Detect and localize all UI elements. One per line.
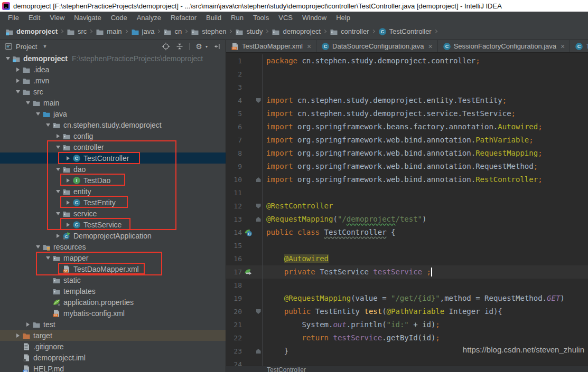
fold-marker-icon[interactable] xyxy=(256,204,261,208)
code-line-15[interactable]: 15 xyxy=(226,239,588,252)
code-text[interactable]: @RequestMapping("/demoproject/test") xyxy=(263,213,426,226)
breadcrumb-item-testcontroller[interactable]: CTestController xyxy=(378,27,432,36)
code-text[interactable]: import cn.stephen.study.demoproject.serv… xyxy=(263,107,516,120)
collapsed-arrow-icon[interactable] xyxy=(23,322,32,327)
expanded-arrow-icon[interactable] xyxy=(23,101,32,104)
expanded-arrow-icon[interactable] xyxy=(43,256,52,260)
tree-item-testentity[interactable]: CTestEntity xyxy=(0,197,226,208)
fold-marker-icon[interactable] xyxy=(256,217,261,222)
code-line-14[interactable]: 14Cpublic class TestController { xyxy=(226,226,588,239)
tree-item-testcontroller[interactable]: CTestController xyxy=(0,152,226,164)
editor-tab-transac[interactable]: CTransac xyxy=(570,40,588,52)
tree-item-help.md[interactable]: MDHELP.md xyxy=(0,363,226,372)
code-line-1[interactable]: 1package cn.stephen.study.demoproject.co… xyxy=(226,54,588,68)
code-text[interactable]: @RequestMapping(value = "/get/{id}",meth… xyxy=(263,292,565,305)
tree-item-testservice[interactable]: CTestService xyxy=(0,219,226,230)
menu-help[interactable]: Help xyxy=(331,12,355,23)
menu-analyze[interactable]: Analyze xyxy=(132,12,166,23)
expanded-arrow-icon[interactable] xyxy=(3,57,12,60)
expanded-arrow-icon[interactable] xyxy=(53,168,62,171)
chevron-down-icon[interactable]: ▼ xyxy=(42,44,47,49)
tree-item-src[interactable]: src xyxy=(0,86,226,97)
breadcrumb-item-stephen[interactable]: stephen xyxy=(191,27,226,36)
gutter-icon-slot[interactable]: C xyxy=(242,226,255,239)
tree-item-target[interactable]: target xyxy=(0,330,226,341)
code-line-17[interactable]: 17 private TestService testService ; xyxy=(226,265,588,279)
breadcrumb-item-java[interactable]: java xyxy=(131,27,155,36)
tree-item-application.properties[interactable]: application.properties xyxy=(0,297,226,308)
tree-item-testdao[interactable]: ITestDao xyxy=(0,175,226,186)
expanded-arrow-icon[interactable] xyxy=(33,112,42,116)
code-text[interactable]: import org.springframework.web.bind.anno… xyxy=(263,173,543,186)
breadcrumb-item-demoproject[interactable]: demoproject xyxy=(272,27,321,36)
code-text[interactable]: System.out.println("id:" + id); xyxy=(263,318,440,331)
code-text[interactable] xyxy=(263,358,266,366)
tree-item-main[interactable]: main xyxy=(0,97,226,108)
menu-code[interactable]: Code xyxy=(106,12,132,23)
tree-item-.mvn[interactable]: .mvn xyxy=(0,75,226,86)
fold-slot[interactable] xyxy=(255,345,263,358)
tree-item-demoproject.iml[interactable]: demoproject.iml xyxy=(0,352,226,363)
code-text[interactable] xyxy=(263,81,266,94)
menu-run[interactable]: Run xyxy=(226,12,248,23)
tree-item-demoprojectapplication[interactable]: CDemoprojectApplication xyxy=(0,230,226,241)
collapsed-arrow-icon[interactable] xyxy=(13,68,22,72)
menu-view[interactable]: View xyxy=(45,12,69,23)
menu-navigate[interactable]: Navigate xyxy=(69,12,106,23)
editor-tab-sessionfactoryconfiguration.java[interactable]: CSessionFactoryConfiguration.java× xyxy=(438,40,571,52)
close-tab-icon[interactable]: × xyxy=(307,43,311,50)
code-text[interactable]: import org.springframework.web.bind.anno… xyxy=(263,133,534,147)
expanded-arrow-icon[interactable] xyxy=(13,90,22,93)
code-editor[interactable]: 1package cn.stephen.study.demoproject.co… xyxy=(226,53,588,366)
breadcrumb-item-study[interactable]: study xyxy=(235,27,263,36)
code-text[interactable]: import org.springframework.beans.factory… xyxy=(263,120,543,133)
menu-refactor[interactable]: Refactor xyxy=(166,12,201,23)
fold-marker-icon[interactable] xyxy=(256,98,261,103)
code-text[interactable]: } xyxy=(263,345,288,358)
code-line-11[interactable]: 11 xyxy=(226,186,588,199)
expanded-arrow-icon[interactable] xyxy=(53,190,62,193)
close-tab-icon[interactable]: × xyxy=(561,43,565,50)
code-line-12[interactable]: 12@RestController xyxy=(226,199,588,213)
tree-item-mapper[interactable]: mapper xyxy=(0,252,226,263)
fold-slot[interactable] xyxy=(255,173,263,186)
code-text[interactable]: return testService.getById(id); xyxy=(263,331,440,345)
code-line-3[interactable]: 3 xyxy=(226,81,588,94)
collapsed-arrow-icon[interactable] xyxy=(13,79,22,83)
tree-item-controller[interactable]: controller xyxy=(0,141,226,152)
fold-slot[interactable] xyxy=(255,305,263,318)
editor-breadcrumb-bottom[interactable]: TestController xyxy=(226,366,588,372)
tree-item-static[interactable]: static xyxy=(0,274,226,285)
code-text[interactable] xyxy=(263,68,266,81)
settings-gear-icon[interactable]: ⚙ xyxy=(194,42,203,51)
breadcrumb-item-main[interactable]: main xyxy=(96,27,122,36)
tree-item-.idea[interactable]: .idea xyxy=(0,64,226,75)
code-line-5[interactable]: 5import cn.stephen.study.demoproject.ser… xyxy=(226,107,588,120)
tree-item-templates[interactable]: templates xyxy=(0,285,226,297)
gutter-icon-slot[interactable] xyxy=(242,265,255,279)
code-text[interactable]: import cn.stephen.study.demoproject.enti… xyxy=(263,94,507,107)
fold-slot[interactable] xyxy=(255,199,263,213)
code-line-9[interactable]: 9import org.springframework.web.bind.ann… xyxy=(226,160,588,173)
tree-item-test[interactable]: test xyxy=(0,319,226,330)
breadcrumb-item-demoproject[interactable]: demoproject xyxy=(5,27,58,36)
code-text[interactable]: import org.springframework.web.bind.anno… xyxy=(263,147,543,160)
fold-marker-icon[interactable] xyxy=(256,177,261,182)
locate-file-icon[interactable] xyxy=(162,42,171,51)
collapsed-arrow-icon[interactable] xyxy=(53,234,62,238)
code-text[interactable]: @Autowired xyxy=(263,252,329,265)
code-text[interactable]: public class TestController { xyxy=(263,226,395,239)
code-line-4[interactable]: 4import cn.stephen.study.demoproject.ent… xyxy=(226,94,588,107)
fold-slot[interactable] xyxy=(255,94,263,107)
menu-window[interactable]: Window xyxy=(297,12,331,23)
code-line-2[interactable]: 2 xyxy=(226,68,588,81)
collapsed-arrow-icon[interactable] xyxy=(13,333,22,338)
expanded-arrow-icon[interactable] xyxy=(53,212,62,215)
editor-breadcrumb-class[interactable]: TestController xyxy=(267,366,306,372)
fold-slot[interactable] xyxy=(255,213,263,226)
tree-item-mybatis-config.xml[interactable]: <>mybatis-config.xml xyxy=(0,308,226,319)
collapsed-arrow-icon[interactable] xyxy=(63,156,72,160)
editor-tab-datasourceconfiguration.java[interactable]: CDataSourceConfiguration.java× xyxy=(316,40,438,52)
code-line-13[interactable]: 13@RequestMapping("/demoproject/test") xyxy=(226,213,588,226)
code-line-20[interactable]: 20 public TestEntity test(@PathVariable … xyxy=(226,305,588,318)
